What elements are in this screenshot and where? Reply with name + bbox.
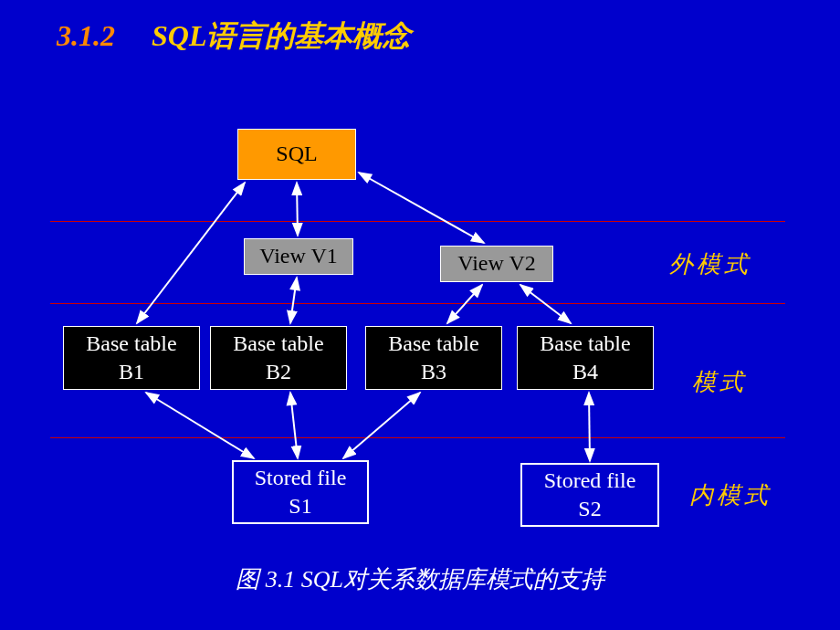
svg-line-9: [589, 393, 590, 461]
view-v2-label: View V2: [457, 249, 535, 278]
schema-label: 模式: [692, 366, 747, 398]
bt1-line1: Base table: [86, 331, 176, 355]
sf2-line1: Stored file: [544, 468, 636, 492]
svg-line-0: [297, 183, 298, 236]
sf1-line1: Stored file: [255, 466, 347, 489]
stored-file-s2-box: Stored file S2: [520, 463, 659, 527]
bt2-line1: Base table: [233, 331, 323, 355]
base-table-b3-box: Base table B3: [365, 326, 502, 390]
bt2-line2: B2: [266, 360, 291, 383]
bt1-line2: B1: [119, 360, 144, 383]
figure-caption: 图 3.1 SQL对关系数据库模式的支持: [0, 563, 840, 595]
sf1-line2: S1: [289, 494, 311, 518]
bt4-line2: B4: [572, 360, 598, 383]
svg-line-1: [359, 173, 484, 243]
view-v1-label: View V1: [259, 242, 337, 270]
external-schema-label: 外模式: [669, 248, 751, 280]
divider-line-3: [50, 437, 785, 438]
bt4-line1: Base table: [540, 331, 630, 355]
svg-line-6: [146, 393, 254, 458]
title-text: SQL语言的基本概念: [152, 19, 411, 52]
view-v1-box: View V1: [244, 238, 353, 275]
svg-line-2: [137, 183, 245, 323]
arrows-layer: [0, 0, 840, 630]
section-number: 3.1.2: [57, 19, 115, 52]
svg-line-4: [447, 285, 482, 323]
divider-line-2: [50, 303, 785, 304]
base-table-b1-box: Base table B1: [63, 326, 200, 390]
bt3-line2: B3: [421, 360, 446, 383]
svg-line-8: [343, 393, 420, 458]
svg-line-3: [290, 278, 297, 323]
divider-line-1: [50, 221, 785, 222]
svg-line-7: [290, 393, 298, 458]
view-v2-box: View V2: [440, 246, 553, 282]
base-table-b4-box: Base table B4: [517, 326, 654, 390]
stored-file-s1-box: Stored file S1: [232, 460, 369, 524]
sql-box: SQL: [237, 129, 356, 180]
svg-line-5: [520, 285, 571, 323]
internal-schema-label: 内模式: [689, 479, 772, 511]
bt3-line1: Base table: [388, 331, 478, 355]
sql-label: SQL: [276, 140, 317, 168]
base-table-b2-box: Base table B2: [210, 326, 347, 390]
slide-title: 3.1.2 SQL语言的基本概念: [57, 16, 411, 57]
sf2-line2: S2: [578, 497, 601, 520]
